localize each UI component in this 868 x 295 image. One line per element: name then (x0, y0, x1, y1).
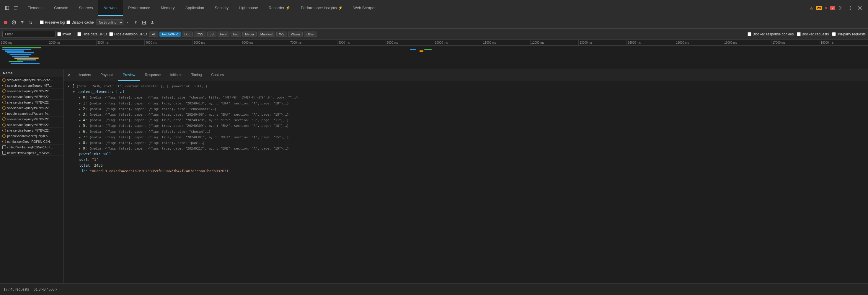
json-total-row: total: 2436 (67, 163, 864, 168)
settings-icon[interactable] (837, 4, 844, 11)
tab-application[interactable]: Application (180, 0, 210, 16)
request-name: collect?t=dc&aip=1&_r=3&v=... (7, 151, 52, 155)
filter-all-button[interactable]: All (149, 32, 158, 37)
detail-tab-timing[interactable]: Timing (187, 69, 207, 81)
list-item[interactable]: site-service?query=%7B%22... (0, 122, 63, 128)
tab-web-scraper[interactable]: Web Scraper (348, 0, 381, 16)
filter-css-button[interactable]: CSS (194, 32, 206, 37)
list-item[interactable]: site-service?query=%7B%22... (0, 94, 63, 100)
detail-tab-preview[interactable]: Preview (118, 69, 140, 81)
timeline-tick: 11000 ms (482, 40, 530, 45)
hide-extension-urls-checkbox[interactable]: Hide extension URLs (109, 32, 148, 36)
item-expand-arrow[interactable]: ▶ (79, 113, 82, 116)
detail-tab-headers[interactable]: Headers (73, 69, 96, 81)
network-conditions-icon[interactable] (132, 19, 139, 26)
tab-sources[interactable]: Sources (73, 0, 98, 16)
item-expand-arrow[interactable]: ▶ (79, 130, 82, 133)
blocked-cookies-checkbox[interactable]: Blocked response cookies (748, 32, 794, 36)
root-expand-arrow[interactable]: ▼ (68, 85, 69, 88)
close-detail-button[interactable]: ✕ (65, 71, 73, 79)
item-expand-arrow[interactable]: ▶ (79, 102, 82, 105)
request-type-icon (2, 89, 6, 93)
request-name: people-search-api?query=%... (7, 112, 51, 116)
content-elements-expand[interactable]: ▼ (73, 90, 75, 94)
tab-lighthouse[interactable]: Lighthouse (234, 0, 264, 16)
filter-js-button[interactable]: JS (207, 32, 216, 37)
item-expand-arrow[interactable]: ▶ (79, 107, 82, 110)
json-root-row: ▼ { {total: 2436, sort: "1", content_ele… (67, 84, 864, 89)
filter-ws-button[interactable]: WS (276, 32, 287, 37)
list-item[interactable]: site-service?query=%7B%22... (0, 89, 63, 94)
list-item[interactable]: search-param-api?query=%7... (0, 83, 63, 89)
list-item[interactable]: site-service?query=%7B%22... (0, 117, 63, 122)
list-item[interactable]: config.json?key=RDF8N-C9N... (0, 139, 63, 144)
item-expand-arrow[interactable]: ▶ (79, 96, 82, 99)
item-expand-arrow[interactable]: ▶ (79, 136, 82, 139)
filter-toggle-button[interactable] (19, 19, 25, 26)
list-item[interactable]: people-search-api?query=%... (0, 133, 63, 139)
clear-button[interactable] (11, 19, 17, 26)
import-har-icon[interactable] (141, 19, 147, 26)
tab-recorder[interactable]: Recorder ⚡ (264, 0, 296, 16)
third-party-checkbox[interactable]: 3rd-party requests (832, 32, 866, 36)
svg-point-18 (135, 23, 136, 24)
detail-tab-response[interactable]: Response (140, 69, 165, 81)
invert-checkbox[interactable]: Invert (57, 32, 71, 36)
tab-performance[interactable]: Performance (123, 0, 155, 16)
request-name: site-service?query=%7B%22... (7, 89, 51, 93)
request-name: collect?v=1&_v=j101&a=1437... (7, 145, 53, 149)
hide-data-urls-checkbox[interactable]: Hide data URLs (78, 32, 107, 36)
json-item-row: ▶ 0: {media: {flag: false}, paper: {flag… (67, 95, 864, 100)
close-devtools-icon[interactable] (856, 4, 863, 11)
dock-icon[interactable] (4, 4, 11, 11)
timeline-tick: 9000 ms (386, 40, 434, 45)
more-options-icon[interactable] (847, 4, 854, 11)
transfer-size: 61.8 kB / 553 k (34, 287, 57, 291)
throttle-select[interactable]: No throttling Fast 3G Slow 3G (96, 20, 123, 25)
detail-tab-payload[interactable]: Payload (96, 69, 118, 81)
filter-fetch-xhr-button[interactable]: Fetch/XHR (159, 32, 181, 37)
item-expand-arrow[interactable]: ▶ (79, 141, 82, 144)
tab-memory[interactable]: Memory (156, 0, 180, 16)
more-tools-icon[interactable] (12, 4, 20, 11)
detail-tab-initiator[interactable]: Initiator (165, 69, 186, 81)
timeline-tick: 15000 ms (675, 40, 723, 45)
search-button[interactable] (27, 19, 34, 26)
filter-other-button[interactable]: Other (304, 32, 317, 37)
preserve-log-checkbox[interactable]: Preserve log (40, 20, 65, 25)
timeline-tick: 14000 ms (627, 40, 675, 45)
filter-input[interactable] (2, 31, 56, 37)
list-item[interactable]: story-feed?query=%7B%22ze... (0, 77, 63, 83)
filter-wasm-button[interactable]: Wasm (288, 32, 303, 37)
filter-media-button[interactable]: Media (242, 32, 256, 37)
list-item[interactable]: site-service?query=%7B%22... (0, 128, 63, 133)
tab-security[interactable]: Security (209, 0, 234, 16)
tab-network[interactable]: Network (98, 0, 123, 16)
request-name: search-param-api?query=%7... (7, 84, 52, 87)
blocked-requests-checkbox[interactable]: Blocked requests (797, 32, 829, 36)
timeline-content (0, 46, 868, 69)
record-button[interactable] (2, 19, 9, 26)
disable-cache-checkbox[interactable]: Disable cache (66, 20, 94, 25)
item-expand-arrow[interactable]: ▶ (79, 147, 82, 150)
tab-elements[interactable]: Elements (22, 0, 49, 16)
list-item[interactable]: collect?t=dc&aip=1&_r=3&v=... (0, 150, 63, 156)
detail-tab-cookies[interactable]: Cookies (206, 69, 228, 81)
list-item[interactable]: collect?v=1&_v=j101&a=1437... (0, 144, 63, 150)
item-expand-arrow[interactable]: ▶ (79, 124, 82, 127)
svg-rect-2 (14, 6, 18, 7)
filter-img-button[interactable]: Img (230, 32, 241, 37)
throttle-dropdown-icon[interactable] (124, 19, 131, 26)
list-item[interactable]: site-service?query=%7B%22... (0, 105, 63, 111)
list-item[interactable]: people-search-api?query=%... (0, 111, 63, 117)
filter-font-button[interactable]: Font (218, 32, 229, 37)
filter-doc-button[interactable]: Doc (182, 32, 193, 37)
json-content-elements-row: ▼ content_elements: [,…] (67, 89, 864, 95)
tab-performance-insights[interactable]: Performance insights ⚡ (296, 0, 348, 16)
tab-console[interactable]: Console (49, 0, 73, 16)
export-har-icon[interactable] (149, 19, 156, 26)
filter-manifest-button[interactable]: Manifest (258, 32, 275, 37)
list-item[interactable]: site-service?query=%7B%22... (0, 100, 63, 105)
network-timeline[interactable]: 1000 ms2000 ms3000 ms4000 ms5000 ms6000 … (0, 40, 868, 69)
item-expand-arrow[interactable]: ▶ (79, 119, 82, 122)
